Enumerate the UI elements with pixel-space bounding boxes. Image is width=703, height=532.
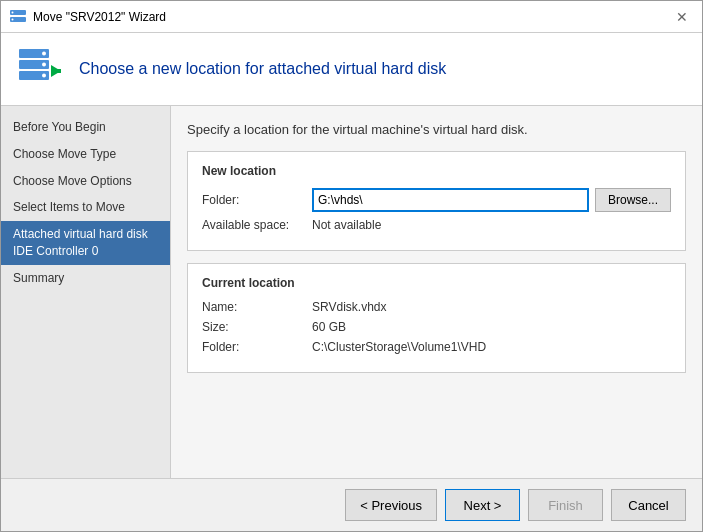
size-label: Size: <box>202 320 312 334</box>
folder-label: Folder: <box>202 193 312 207</box>
available-space-label: Available space: <box>202 218 312 232</box>
sidebar-item-choose-move-options[interactable]: Choose Move Options <box>1 168 170 195</box>
cancel-button[interactable]: Cancel <box>611 489 686 521</box>
new-location-title: New location <box>202 164 671 178</box>
size-value: 60 GB <box>312 320 346 334</box>
window-title: Move "SRV2012" Wizard <box>33 10 670 24</box>
sidebar: Before You Begin Choose Move Type Choose… <box>1 106 171 478</box>
previous-button[interactable]: < Previous <box>345 489 437 521</box>
intro-text: Specify a location for the virtual machi… <box>187 122 686 137</box>
header-title: Choose a new location for attached virtu… <box>79 60 446 78</box>
current-location-section: Current location Name: SRVdisk.vhdx Size… <box>187 263 686 373</box>
current-folder-row: Folder: C:\ClusterStorage\Volume1\VHD <box>202 340 671 354</box>
size-row: Size: 60 GB <box>202 320 671 334</box>
wizard-window: Move "SRV2012" Wizard ✕ Choose a new loc… <box>0 0 703 532</box>
content-area: Before You Begin Choose Move Type Choose… <box>1 106 702 478</box>
header-icon <box>17 45 65 93</box>
svg-point-8 <box>42 63 46 67</box>
svg-point-9 <box>42 74 46 78</box>
new-location-section: New location Folder: Browse... Available… <box>187 151 686 251</box>
folder-row: Folder: Browse... <box>202 188 671 212</box>
name-label: Name: <box>202 300 312 314</box>
close-button[interactable]: ✕ <box>670 5 694 29</box>
browse-button[interactable]: Browse... <box>595 188 671 212</box>
svg-point-2 <box>12 11 14 13</box>
available-space-row: Available space: Not available <box>202 218 671 232</box>
main-content: Specify a location for the virtual machi… <box>171 106 702 478</box>
finish-button[interactable]: Finish <box>528 489 603 521</box>
current-folder-value: C:\ClusterStorage\Volume1\VHD <box>312 340 486 354</box>
sidebar-item-summary[interactable]: Summary <box>1 265 170 292</box>
folder-input[interactable] <box>312 188 589 212</box>
name-value: SRVdisk.vhdx <box>312 300 386 314</box>
next-button[interactable]: Next > <box>445 489 520 521</box>
svg-point-7 <box>42 52 46 56</box>
sidebar-item-choose-move-type[interactable]: Choose Move Type <box>1 141 170 168</box>
name-row: Name: SRVdisk.vhdx <box>202 300 671 314</box>
window-icon <box>9 8 27 26</box>
sidebar-item-before-you-begin[interactable]: Before You Begin <box>1 114 170 141</box>
header-area: Choose a new location for attached virtu… <box>1 33 702 106</box>
title-bar: Move "SRV2012" Wizard ✕ <box>1 1 702 33</box>
footer: < Previous Next > Finish Cancel <box>1 478 702 531</box>
sidebar-item-select-items-to-move[interactable]: Select Items to Move <box>1 194 170 221</box>
sidebar-item-attached-vhd[interactable]: Attached virtual hard disk IDE Controlle… <box>1 221 170 265</box>
current-location-title: Current location <box>202 276 671 290</box>
svg-point-3 <box>12 18 14 20</box>
current-folder-label: Folder: <box>202 340 312 354</box>
available-space-value: Not available <box>312 218 381 232</box>
svg-rect-11 <box>51 69 61 73</box>
